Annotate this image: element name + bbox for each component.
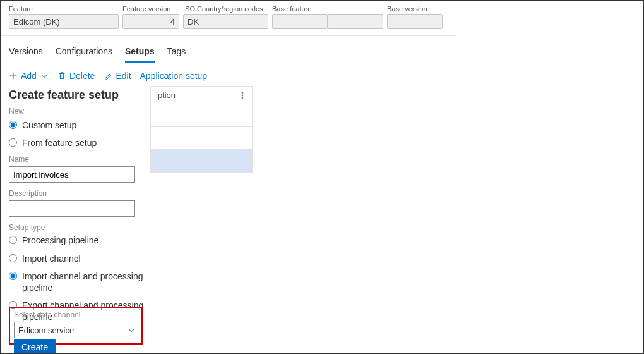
application-setup-button[interactable]: Application setup xyxy=(140,71,208,81)
trash-icon xyxy=(57,71,66,80)
iso-input[interactable] xyxy=(183,14,268,29)
bg-setup-list: iption xyxy=(150,86,253,173)
chevron-down-icon xyxy=(127,326,136,334)
bg-row[interactable] xyxy=(151,104,252,127)
application-setup-label: Application setup xyxy=(140,71,208,81)
data-channel-select[interactable]: Edicom service xyxy=(14,322,140,338)
tab-configurations[interactable]: Configurations xyxy=(56,42,112,63)
bg-row-selected[interactable] xyxy=(151,150,252,173)
name-field-label: Name xyxy=(9,155,149,164)
radio-custom-setup[interactable]: Custom setup xyxy=(9,119,149,131)
base-feature-input-2[interactable] xyxy=(328,14,383,29)
data-channel-label: Select data channel xyxy=(14,310,138,319)
version-label: Feature version xyxy=(122,5,179,13)
base-version-input[interactable] xyxy=(387,14,443,29)
pencil-icon xyxy=(104,71,112,80)
radio-import-channel-label: Import channel xyxy=(22,253,81,264)
svg-point-2 xyxy=(242,97,243,99)
radio-import-channel-pipeline[interactable]: Import channel and processing pipeline xyxy=(9,271,149,293)
delete-label: Delete xyxy=(69,71,95,81)
feature-label: Feature xyxy=(9,5,119,13)
base-feature-label: Base feature xyxy=(272,5,328,13)
name-input[interactable] xyxy=(9,166,135,183)
feature-input[interactable] xyxy=(9,14,119,29)
edit-button[interactable]: Edit xyxy=(104,71,131,81)
tab-versions[interactable]: Versions xyxy=(9,42,43,63)
description-input[interactable] xyxy=(9,200,135,217)
base-version-label: Base version xyxy=(387,5,443,13)
version-input[interactable] xyxy=(122,14,179,29)
radio-import-channel-pipeline-label: Import channel and processing pipeline xyxy=(22,271,149,293)
tabs-bar: Versions Configurations Setups Tags xyxy=(1,36,456,64)
tab-setups[interactable]: Setups xyxy=(125,42,155,63)
base-feature-label-2 xyxy=(328,5,383,13)
base-feature-input[interactable] xyxy=(272,14,328,29)
radio-from-feature-setup-label: From feature setup xyxy=(22,137,97,149)
svg-point-0 xyxy=(242,92,243,93)
create-button[interactable]: Create xyxy=(14,339,56,354)
radio-processing-pipeline-label: Processing pipeline xyxy=(22,235,98,246)
svg-point-1 xyxy=(242,95,243,96)
new-section-label: New xyxy=(9,107,149,116)
data-channel-value: Edicom service xyxy=(18,326,74,335)
setup-type-label: Setup type xyxy=(9,223,149,232)
header-fields: Feature Feature version ISO Country/regi… xyxy=(1,1,456,36)
add-label: Add xyxy=(21,71,37,81)
tab-tags[interactable]: Tags xyxy=(167,42,186,63)
more-icon[interactable] xyxy=(238,91,247,100)
bg-row[interactable] xyxy=(151,127,252,150)
bg-column-header: iption xyxy=(156,90,176,100)
toolbar: Add Delete Edit Application setup xyxy=(1,64,643,87)
panel-title: Create feature setup xyxy=(9,88,149,102)
radio-import-channel[interactable]: Import channel xyxy=(9,253,149,264)
radio-from-feature-setup[interactable]: From feature setup xyxy=(9,137,149,149)
edit-label: Edit xyxy=(116,71,131,81)
description-field-label: Description xyxy=(9,189,149,198)
chevron-down-icon xyxy=(40,71,49,80)
iso-label: ISO Country/region codes xyxy=(183,5,268,13)
plus-icon xyxy=(9,71,18,80)
add-button[interactable]: Add xyxy=(9,71,49,81)
delete-button[interactable]: Delete xyxy=(57,71,95,81)
radio-processing-pipeline[interactable]: Processing pipeline xyxy=(9,235,149,246)
new-radio-group: Custom setup From feature setup xyxy=(9,119,149,149)
radio-custom-setup-label: Custom setup xyxy=(22,119,76,131)
